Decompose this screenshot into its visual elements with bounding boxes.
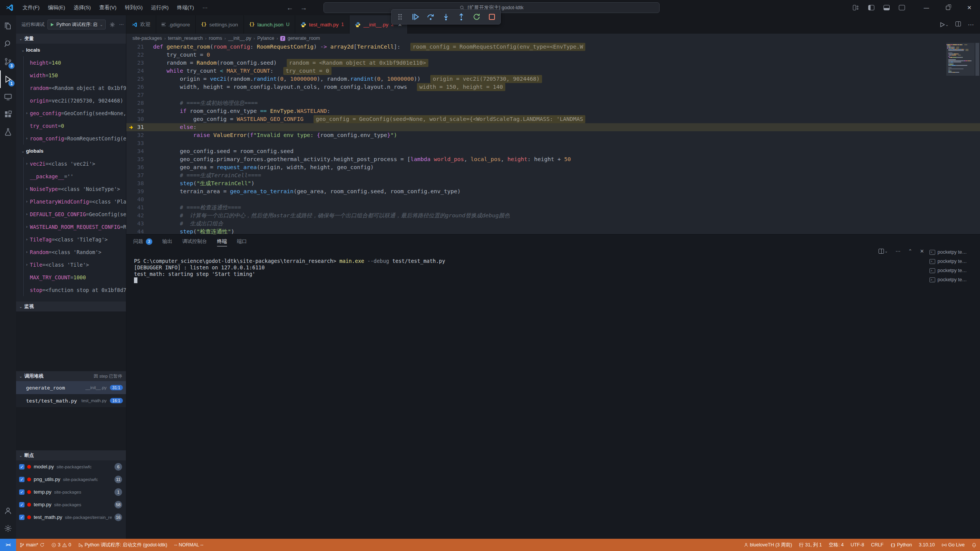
step-out-icon[interactable]	[457, 12, 466, 21]
panel-tab-问题[interactable]: 问题3	[133, 235, 152, 248]
chevron-right-icon[interactable]: ›	[24, 237, 30, 241]
line-number[interactable]: 37	[126, 171, 153, 179]
breadcrumb-item[interactable]: __init__.py	[228, 36, 251, 41]
branch-status[interactable]: main*	[16, 539, 48, 551]
split-terminal-icon[interactable]: ⌄	[879, 249, 888, 254]
breakpoint-checkbox[interactable]: ✓	[19, 515, 24, 520]
line-number[interactable]: 40	[126, 196, 153, 204]
code-line-32[interactable]: 32 raise ValueError(f"Invalid env type: …	[126, 131, 980, 139]
debug-session-status[interactable]: Python 调试程序: 启动文件 (godot-ldtk)	[75, 539, 171, 551]
more-actions-icon[interactable]: ⋯	[895, 248, 900, 254]
variable-row[interactable]: __package__ = ''	[24, 170, 126, 183]
variable-row[interactable]: ›Tile = <class 'Tile'>	[24, 258, 126, 271]
watch-section-header[interactable]: ⌄ 监视	[16, 302, 126, 311]
variables-section-header[interactable]: ⌄ 变量	[16, 34, 126, 44]
code-line-34[interactable]: 34 geo_config.seed = room_config.seed	[126, 147, 980, 155]
more-actions-icon[interactable]: ⋯	[119, 22, 124, 28]
variable-row[interactable]: ›vec2i = <class 'vec2i'>	[24, 157, 126, 170]
variable-row[interactable]: origin = vec2i(7205730, 9024468)	[24, 94, 126, 107]
stop-icon[interactable]	[487, 12, 497, 21]
more-actions-icon[interactable]: ⋯	[968, 21, 974, 28]
code-line-43[interactable]: 43 # 生成出口组合	[126, 220, 980, 228]
activity-remote-explorer[interactable]	[0, 88, 16, 106]
watch-tree-empty[interactable]	[16, 311, 126, 371]
line-number[interactable]: 22	[126, 51, 153, 59]
terminal-list-item[interactable]: >_pocketpy te…	[928, 248, 977, 257]
breadcrumb-item[interactable]: generate_room	[287, 36, 320, 41]
line-number[interactable]: 24	[126, 67, 153, 75]
minimap-slider[interactable]	[946, 43, 975, 76]
step-into-icon[interactable]	[441, 12, 451, 21]
close-panel-icon[interactable]: ✕	[920, 248, 924, 254]
menu-运行R[interactable]: 运行(R)	[147, 0, 173, 15]
code-line-40[interactable]: 40	[126, 196, 980, 204]
activity-extensions[interactable]	[0, 106, 16, 123]
line-number[interactable]: 32	[126, 131, 153, 139]
python-interpreter-status[interactable]: 3.10.10	[915, 539, 938, 551]
activity-accounts[interactable]	[0, 502, 16, 520]
breakpoint-row[interactable]: ✓test_math.pysite-packages\terrain_res…1…	[16, 511, 126, 523]
line-number[interactable]: 27	[126, 91, 153, 99]
terminal-output[interactable]: PS C:\computer_science\godot-ldtk\site-p…	[126, 254, 980, 284]
continue-icon[interactable]	[411, 12, 420, 21]
menu-终端T[interactable]: 终端(T)	[173, 0, 198, 15]
activity-testing[interactable]	[0, 123, 16, 141]
forward-icon[interactable]: →	[300, 4, 307, 12]
variable-row[interactable]: ›geo_config = GeoConfig(seed=None, wor…	[24, 107, 126, 119]
restart-icon[interactable]	[472, 12, 481, 21]
tab--[interactable]: 欢迎	[126, 15, 156, 34]
line-number[interactable]: 36	[126, 163, 153, 171]
eol-status[interactable]: CRLF	[867, 539, 887, 551]
remote-indicator[interactable]: ><	[0, 539, 16, 551]
breakpoint-checkbox[interactable]: ✓	[19, 477, 24, 482]
debug-config-dropdown[interactable]: Python 调试程序: 启 ⌄	[47, 20, 106, 29]
code-line-24[interactable]: 24 while try_count < MAX_TRY_COUNT:try_c…	[126, 67, 980, 75]
code-line-39[interactable]: 39 terrain_area = geo_area_to_terrain(ge…	[126, 187, 980, 196]
encoding-status[interactable]: UTF-8	[847, 539, 867, 551]
variables-group-locals[interactable]: ⌄locals	[16, 44, 126, 56]
breakpoints-section-header[interactable]: ⌄ 断点	[16, 450, 126, 460]
panel-tab-输出[interactable]: 输出	[162, 235, 172, 248]
call-stack-frame[interactable]: test/test_math.pytest_math.py16:1	[16, 394, 126, 407]
vim-mode-status[interactable]: -- NORMAL --	[171, 539, 207, 551]
line-number[interactable]: 30	[126, 115, 153, 123]
chevron-right-icon[interactable]: ›	[24, 187, 30, 191]
gear-icon[interactable]	[109, 22, 115, 28]
line-number[interactable]: 33	[126, 139, 153, 147]
line-number[interactable]: 34	[126, 147, 153, 155]
minimize-button[interactable]: —	[916, 0, 937, 15]
line-number[interactable]: 29	[126, 107, 153, 115]
customize-layout-icon[interactable]	[853, 5, 859, 10]
menu-转到G[interactable]: 转到(G)	[121, 0, 147, 15]
line-number[interactable]: 28	[126, 99, 153, 107]
variables-group-globals[interactable]: ⌄globals	[16, 145, 126, 157]
panel-tab-终端[interactable]: 终端	[217, 235, 227, 248]
variable-row[interactable]: MAX_TRY_COUNT = 1000	[24, 271, 126, 284]
line-number[interactable]: 42	[126, 212, 153, 220]
chevron-right-icon[interactable]: ›	[24, 161, 30, 166]
line-number[interactable]: 44	[126, 228, 153, 234]
variable-row[interactable]: ›DEFAULT_GEO_CONFIG = GeoConfig(seed=1…	[24, 208, 126, 220]
line-number[interactable]: 31	[126, 123, 153, 131]
call-stack-section-header[interactable]: ⌄ 调用堆栈 因 step 已暂停	[16, 371, 126, 381]
breadcrumb-item[interactable]: Pylance	[257, 36, 274, 41]
tab-test_math-py[interactable]: test_math.py1	[295, 15, 350, 34]
tab-launch-json[interactable]: {}launch.jsonU	[244, 15, 295, 34]
code-line-25[interactable]: 25 origin = vec2i(random.randint(0, 1000…	[126, 75, 980, 83]
menu-编辑E[interactable]: 编辑(E)	[44, 0, 69, 15]
menu-文件F[interactable]: 文件(F)	[18, 0, 44, 15]
notifications-status[interactable]	[968, 539, 980, 551]
code-line-26[interactable]: 26 width, height = room_config.layout.n_…	[126, 83, 980, 91]
tab--gdignore[interactable]: .gdignore	[156, 15, 196, 34]
breadcrumb-item[interactable]: rooms	[209, 36, 222, 41]
step-over-icon[interactable]	[426, 12, 435, 21]
activity-source-control[interactable]: 3	[0, 53, 16, 70]
code-editor[interactable]: 21def generate_room(room_config: RoomReq…	[126, 43, 980, 234]
code-line-23[interactable]: 23 random = Random(room_config.seed)rand…	[126, 59, 980, 67]
chevron-right-icon[interactable]: ›	[24, 262, 30, 267]
line-number[interactable]: 43	[126, 220, 153, 228]
chevron-right-icon[interactable]: ›	[24, 250, 30, 254]
terminal-list-item[interactable]: >_pocketpy te…	[928, 266, 977, 275]
go-live-status[interactable]: Go Live	[938, 539, 968, 551]
variable-row[interactable]: stop = <function stop at 0x1bf8d716d…	[24, 284, 126, 296]
